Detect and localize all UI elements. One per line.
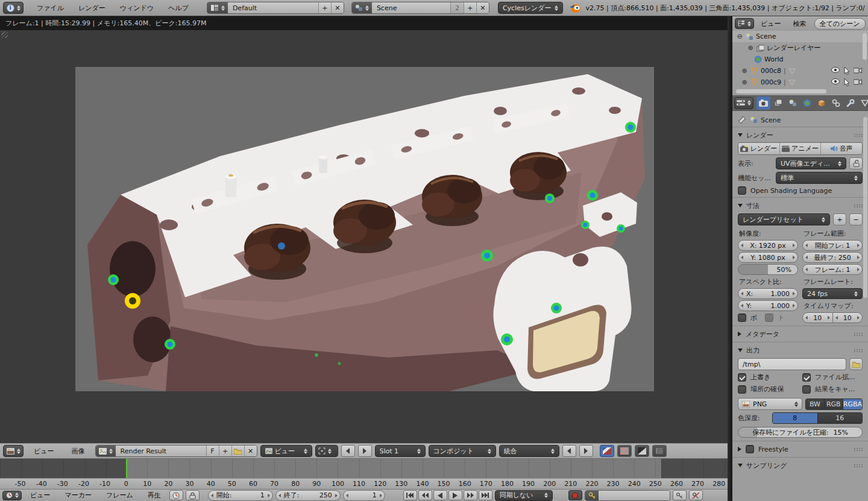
crop-checkbox[interactable] xyxy=(765,314,773,322)
ruler-tick[interactable]: -40 xyxy=(31,480,52,488)
render-button[interactable]: レンダー xyxy=(738,143,779,154)
tl-menu-playback[interactable]: 再生 xyxy=(142,491,167,500)
frame-start-field[interactable]: 開始フレ: 1 xyxy=(802,240,863,251)
column-divider[interactable] xyxy=(728,16,732,501)
remove-preset-button[interactable]: − xyxy=(849,213,863,225)
tl-menu-view[interactable]: ビュー xyxy=(24,491,57,500)
file-extensions-label[interactable]: ファイル拡... xyxy=(815,373,855,382)
renderability-camera-icon[interactable] xyxy=(854,78,862,85)
image-name[interactable]: Render Result xyxy=(116,446,206,456)
next-keyframe-button[interactable] xyxy=(464,490,477,500)
scene-selector-icon[interactable] xyxy=(352,2,372,13)
outliner-item-label[interactable]: 000c8 xyxy=(761,67,781,75)
editor-type-selector[interactable]: i xyxy=(3,2,24,14)
aspect-x-field[interactable]: X:1.000 xyxy=(738,288,798,299)
tl-menu-marker[interactable]: マーカー xyxy=(59,491,98,500)
ruler-tick[interactable]: 70 xyxy=(264,480,285,488)
ruler-tick[interactable]: 170 xyxy=(476,480,497,488)
ruler-tick[interactable]: -30 xyxy=(52,480,73,488)
display-lock-button[interactable] xyxy=(849,157,863,169)
draw-alpha-toggle[interactable] xyxy=(617,445,632,457)
tab-object[interactable] xyxy=(814,96,828,110)
panel-header-metadata[interactable]: メタデータ xyxy=(738,329,863,339)
outliner-row-renderlayers[interactable]: ⊕ レンダーレイヤー xyxy=(732,42,868,54)
next-pass-button[interactable] xyxy=(579,445,593,457)
ruler-tick[interactable]: 40 xyxy=(200,480,221,488)
scene-users-count[interactable]: 2 xyxy=(450,2,464,13)
timeline-ruler[interactable]: -50-40-30-20-100102030405060708090100110… xyxy=(0,478,728,489)
placeholders-label[interactable]: 場所の確保 xyxy=(750,385,784,394)
panel-drag-dots[interactable] xyxy=(854,332,863,336)
remap-old-field[interactable]: 10 xyxy=(802,312,833,323)
prev-pass-button[interactable] xyxy=(562,445,576,457)
ruler-tick[interactable]: 270 xyxy=(687,480,708,488)
uv-menu-view[interactable]: ビュー xyxy=(27,447,61,456)
tab-modifiers[interactable] xyxy=(843,96,857,110)
aspect-y-field[interactable]: Y:1.000 xyxy=(738,300,798,311)
frame-start-field[interactable]: 開始:1 xyxy=(208,490,273,501)
visibility-eye-icon[interactable] xyxy=(831,67,840,73)
add-preset-button[interactable]: + xyxy=(833,213,846,225)
ruler-tick[interactable]: 200 xyxy=(539,480,560,488)
ruler-tick[interactable]: -50 xyxy=(10,480,31,488)
ruler-tick[interactable]: -20 xyxy=(73,480,94,488)
tab-constraints[interactable] xyxy=(829,96,843,110)
ruler-tick[interactable]: -10 xyxy=(95,480,116,488)
tab-render-layers[interactable] xyxy=(771,96,785,110)
delete-scene-button[interactable]: ✕ xyxy=(476,2,489,13)
keying-set-icon-seg[interactable] xyxy=(585,491,599,500)
keying-set-value[interactable] xyxy=(599,491,670,500)
collapse-icon[interactable]: ⊖ xyxy=(736,33,743,40)
ruler-tick[interactable]: 150 xyxy=(433,480,454,488)
insert-keyframe-button[interactable] xyxy=(673,490,687,500)
outliner-item-label[interactable]: レンダーレイヤー xyxy=(767,43,821,52)
current-frame-field[interactable]: 1 xyxy=(343,490,385,501)
outliner-item-label[interactable]: 000c9 xyxy=(761,78,781,86)
frame-step-field[interactable]: フレーム: 1 xyxy=(802,264,863,275)
file-format-select[interactable]: PNG xyxy=(738,398,802,410)
tab-world[interactable] xyxy=(800,96,814,110)
ruler-tick[interactable]: 100 xyxy=(327,480,348,488)
delete-keyframe-button[interactable] xyxy=(689,490,703,500)
crop-label[interactable]: ト xyxy=(778,314,784,323)
resolution-percentage-slider[interactable]: 50% xyxy=(738,264,798,275)
cache-result-label[interactable]: 結果をキャ... xyxy=(815,385,855,394)
uv-menu-image[interactable]: 画像 xyxy=(64,447,92,456)
draw-zbuffer-toggle[interactable] xyxy=(635,445,649,457)
editing-context-select[interactable]: ビュー xyxy=(260,445,312,457)
image-editor-type-selector[interactable] xyxy=(3,445,24,457)
ruler-tick[interactable]: 20 xyxy=(158,480,179,488)
jump-to-end-button[interactable] xyxy=(479,490,492,500)
frame-rate-select[interactable]: 24 fps xyxy=(802,288,863,299)
uv-image-editor-canvas[interactable] xyxy=(0,30,728,443)
panel-header-dimensions[interactable]: 寸法 xyxy=(738,200,863,211)
depth-8[interactable]: 8 xyxy=(773,413,817,423)
ruler-tick[interactable]: 30 xyxy=(179,480,200,488)
panel-header-output[interactable]: 出力 xyxy=(738,345,863,356)
outliner-type-selector[interactable] xyxy=(735,18,754,29)
jump-to-start-button[interactable] xyxy=(403,490,417,500)
ruler-tick[interactable]: 10 xyxy=(137,480,158,488)
render-layer-select[interactable]: コンポジット xyxy=(429,445,496,457)
visibility-eye-icon[interactable] xyxy=(831,78,840,84)
depth-16[interactable]: 16 xyxy=(817,413,863,423)
render-engine-select[interactable]: Cyclesレンダー xyxy=(498,2,563,14)
outliner-menu-view[interactable]: ビュー xyxy=(755,19,787,28)
frame-end-field[interactable]: 最終フ: 250 xyxy=(802,252,863,263)
ruler-tick[interactable]: 130 xyxy=(391,480,412,488)
overwrite-checkbox[interactable] xyxy=(738,373,746,382)
expand-icon[interactable]: ⊕ xyxy=(741,78,748,86)
outliner-item-label[interactable]: Scene xyxy=(756,33,776,40)
properties-vertical-scrollbar[interactable] xyxy=(863,117,867,298)
ruler-tick[interactable]: 60 xyxy=(242,480,263,488)
render-display-select[interactable]: UV画像エディ... xyxy=(776,157,846,169)
prev-slot-button[interactable] xyxy=(341,445,355,457)
panel-drag-dots[interactable] xyxy=(854,204,863,208)
add-scene-button[interactable]: + xyxy=(464,2,476,13)
outliner-row-000c8[interactable]: ⊕ 000c8 | xyxy=(732,65,868,77)
tab-object-data[interactable] xyxy=(858,96,868,110)
border-label[interactable]: ボ xyxy=(750,314,757,323)
resolution-x-field[interactable]: X: 1920 px xyxy=(738,240,798,251)
next-slot-button[interactable] xyxy=(358,445,372,457)
render-audio-button[interactable]: 音声 xyxy=(820,143,862,154)
